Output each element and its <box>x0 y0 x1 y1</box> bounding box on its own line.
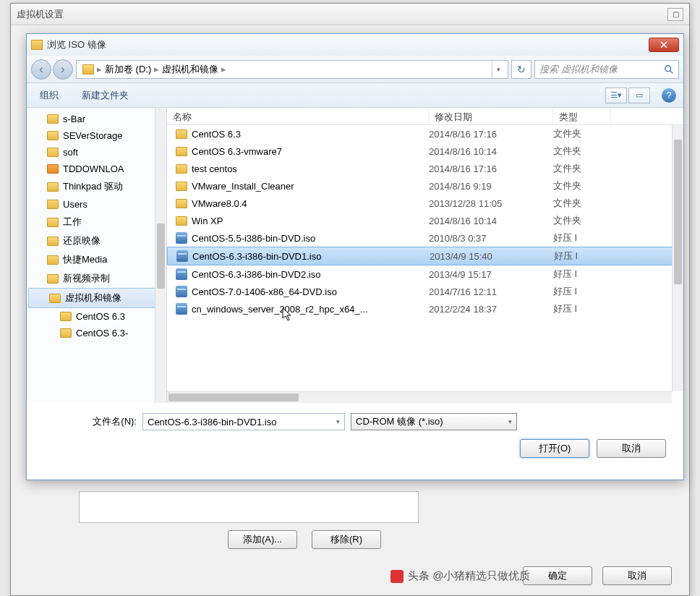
parent-cancel-button[interactable]: 取消 <box>602 566 672 585</box>
list-vscrollbar[interactable] <box>672 125 683 391</box>
col-type-header[interactable]: 类型 <box>553 108 611 124</box>
file-name: test centos <box>192 163 237 174</box>
tree-item-label: SEVerStorage <box>63 130 122 141</box>
help-button[interactable]: ? <box>662 88 676 103</box>
file-name: VMware8.0.4 <box>192 198 247 209</box>
file-row[interactable]: CentOS 6.32014/8/16 17:16文件夹 <box>167 125 683 142</box>
file-type: 文件夹 <box>553 179 611 192</box>
file-row[interactable]: VMware_Install_Cleaner2014/8/16 9:19文件夹 <box>167 177 683 195</box>
file-row[interactable]: CentOS-6.3-i386-bin-DVD2.iso2013/4/9 15:… <box>167 265 683 283</box>
tree-item[interactable]: Users <box>27 196 166 213</box>
tree-item-label: soft <box>63 147 78 158</box>
folder-icon <box>176 182 187 191</box>
filter-value: CD-ROM 镜像 (*.iso) <box>356 415 443 428</box>
file-name: Win XP <box>192 216 223 226</box>
tree-item-label: 快捷Media <box>63 253 107 266</box>
col-name-header[interactable]: 名称 <box>167 108 429 124</box>
file-date: 2014/8/16 17:16 <box>429 163 553 174</box>
iso-file-icon <box>176 286 187 297</box>
tree-item[interactable]: TDDOWNLOA <box>27 161 166 177</box>
folder-icon <box>60 328 72 338</box>
file-row[interactable]: test centos2014/8/16 17:16文件夹 <box>167 160 683 177</box>
cancel-button[interactable]: 取消 <box>597 439 666 458</box>
file-date: 2013/4/9 15:40 <box>430 251 554 262</box>
chevron-right-icon: ▸ <box>154 64 159 74</box>
nav-back-button[interactable]: ‹ <box>31 59 51 80</box>
organize-menu[interactable]: 组织 <box>34 86 64 105</box>
dialog-title: 浏览 ISO 镜像 <box>47 38 106 51</box>
folder-icon <box>82 64 94 74</box>
folder-icon <box>47 218 59 227</box>
folder-icon <box>47 182 59 192</box>
tree-item[interactable]: s-Bar <box>27 111 166 127</box>
scrollbar-thumb[interactable] <box>168 393 299 401</box>
iso-file-icon <box>176 268 187 280</box>
tree-item[interactable]: 快捷Media <box>27 250 166 269</box>
file-name: CentOS-6.3-i386-bin-DVD1.iso <box>192 251 321 262</box>
folder-icon <box>47 237 59 246</box>
tree-item[interactable]: CentOS 6.3 <box>27 308 166 325</box>
file-row[interactable]: Win XP2014/8/16 10:14文件夹 <box>167 212 683 229</box>
filename-input[interactable]: CentOS-6.3-i386-bin-DVD1.iso ▾ <box>142 413 345 430</box>
bottom-pane: 文件名(N): CentOS-6.3-i386-bin-DVD1.iso ▾ C… <box>27 403 683 468</box>
file-row[interactable]: VMware8.0.42013/12/28 11:05文件夹 <box>167 195 683 212</box>
search-placeholder: 搜索 虚拟机和镜像 <box>539 63 618 76</box>
tree-item[interactable]: 新视频录制 <box>27 269 166 288</box>
file-date: 2014/7/16 12:11 <box>429 286 553 297</box>
filename-value: CentOS-6.3-i386-bin-DVD1.iso <box>148 417 276 427</box>
folder-tree[interactable]: s-BarSEVerStoragesoftTDDOWNLOAThinkpad 驱… <box>27 108 167 403</box>
file-name: CentOS-6.3-i386-bin-DVD2.iso <box>192 269 320 280</box>
chevron-right-icon: ▸ <box>221 64 226 74</box>
tree-item-label: 新视频录制 <box>63 272 110 285</box>
arrow-right-icon: › <box>61 63 64 76</box>
open-button[interactable]: 打开(O) <box>520 439 589 458</box>
file-row[interactable]: CentOS-7.0-1406-x86_64-DVD.iso2014/7/16 … <box>167 283 683 300</box>
add-button[interactable]: 添加(A)... <box>228 530 297 549</box>
chevron-right-icon: ▸ <box>97 64 102 74</box>
iso-file-icon <box>176 250 188 262</box>
remove-button[interactable]: 移除(R) <box>312 530 381 549</box>
file-row[interactable]: CentOS-5.5-i386-bin-DVD.iso2010/8/3 0:37… <box>167 229 683 247</box>
close-icon <box>660 41 667 48</box>
folder-icon <box>176 164 187 174</box>
file-name: CentOS-5.5-i386-bin-DVD.iso <box>192 233 315 244</box>
breadcrumb[interactable]: 新加卷 (D:) <box>102 63 154 76</box>
tree-item[interactable]: 工作 <box>27 213 166 231</box>
tree-item[interactable]: 还原映像 <box>27 231 166 250</box>
new-folder-button[interactable]: 新建文件夹 <box>76 86 135 105</box>
preview-pane-button[interactable]: ▭ <box>628 88 650 103</box>
tree-scrollbar[interactable] <box>155 108 166 403</box>
file-row[interactable]: CentOS 6.3-vmware72014/8/16 10:14文件夹 <box>167 142 683 160</box>
file-type: 文件夹 <box>553 145 611 158</box>
refresh-button[interactable]: ↻ <box>511 60 532 79</box>
file-type-filter[interactable]: CD-ROM 镜像 (*.iso) ▾ <box>351 413 517 430</box>
file-date: 2010/8/3 0:37 <box>429 233 553 244</box>
file-type: 好压 I <box>553 285 611 298</box>
search-icon <box>664 64 674 74</box>
view-mode-button[interactable]: ☰ ▾ <box>605 88 627 103</box>
tree-item[interactable]: Thinkpad 驱动 <box>27 177 166 196</box>
tree-item[interactable]: SEVerStorage <box>27 127 166 144</box>
file-row[interactable]: cn_windows_server_2008_r2_hpc_x64_...201… <box>167 300 683 318</box>
close-button[interactable] <box>649 38 679 52</box>
parent-ok-button[interactable]: 确定 <box>523 566 592 585</box>
folder-icon <box>47 164 59 174</box>
scrollbar-thumb[interactable] <box>157 224 165 289</box>
folder-icon <box>47 114 59 124</box>
tree-item[interactable]: 虚拟机和镜像 <box>28 288 165 308</box>
chevron-down-icon: ▾ <box>508 418 512 425</box>
nav-forward-button[interactable]: › <box>53 59 73 80</box>
parent-maximize-icon[interactable]: ▢ <box>667 8 683 21</box>
address-dropdown[interactable]: ▾ <box>492 61 505 78</box>
breadcrumb[interactable]: 虚拟机和镜像 <box>159 63 221 76</box>
file-row[interactable]: CentOS-6.3-i386-bin-DVD1.iso2013/4/9 15:… <box>167 247 683 265</box>
search-input[interactable]: 搜索 虚拟机和镜像 <box>534 60 679 79</box>
tree-item[interactable]: CentOS 6.3- <box>27 325 166 341</box>
address-bar[interactable]: ▸ 新加卷 (D:) ▸ 虚拟机和镜像 ▸ ▾ <box>76 60 508 79</box>
tree-item[interactable]: soft <box>27 144 166 161</box>
tree-item-label: 工作 <box>63 216 82 229</box>
col-date-header[interactable]: 修改日期 <box>429 108 553 124</box>
list-hscrollbar[interactable] <box>167 391 672 403</box>
scrollbar-thumb[interactable] <box>674 140 682 284</box>
file-dialog: 浏览 ISO 镜像 ‹ › ▸ 新加卷 (D:) ▸ 虚拟机和镜像 ▸ ▾ ↻ … <box>26 33 684 480</box>
